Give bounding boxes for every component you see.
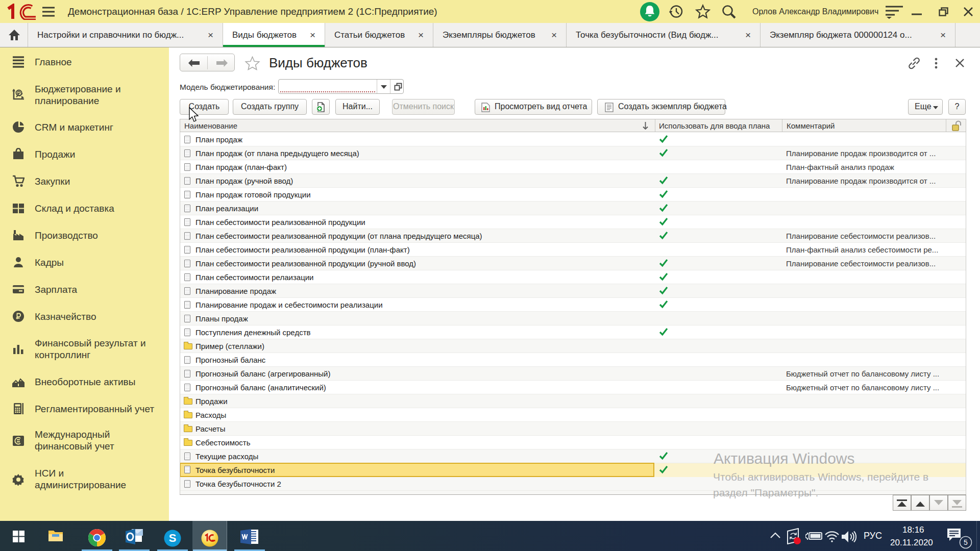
svg-text:S: S — [169, 532, 177, 544]
svg-text:5: 5 — [964, 538, 968, 546]
